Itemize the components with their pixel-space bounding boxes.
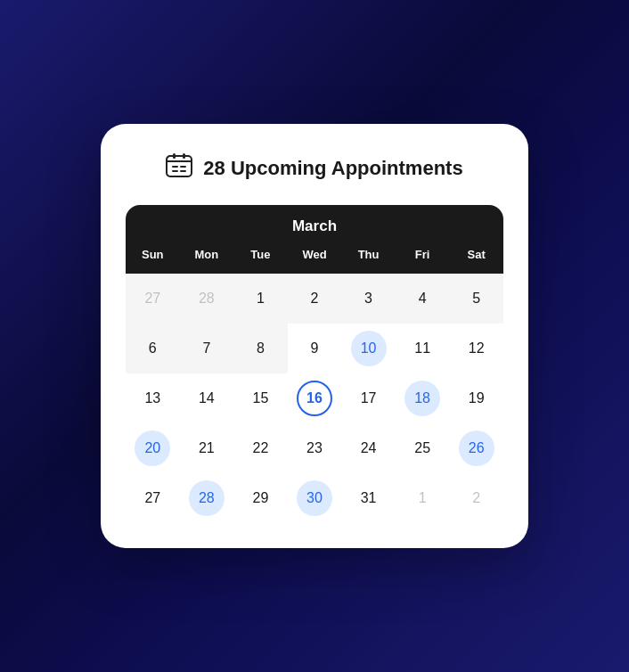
calendar-day-cell[interactable]: 11 [396, 324, 450, 373]
calendar-day-cell[interactable]: 27 [126, 473, 180, 523]
calendar-week-row: 6789101112 [126, 324, 503, 373]
calendar: March SunMonTueWedThuFriSat 272812345678… [126, 205, 503, 523]
appointments-card: 28 Upcoming Appointments March SunMonTue… [101, 124, 528, 548]
calendar-day-cell[interactable]: 24 [341, 423, 396, 473]
weekday-label: Thu [341, 244, 396, 265]
calendar-day-cell[interactable]: 5 [449, 274, 503, 324]
calendar-day-cell[interactable]: 26 [449, 423, 503, 473]
calendar-day-cell[interactable]: 15 [233, 373, 288, 423]
calendar-day-cell[interactable]: 9 [288, 324, 342, 373]
calendar-day-cell[interactable]: 13 [126, 373, 180, 423]
weekday-label: Mon [180, 244, 234, 265]
calendar-day-cell[interactable]: 18 [396, 373, 450, 423]
weekday-label: Wed [288, 244, 342, 265]
calendar-day-cell[interactable]: 2 [288, 274, 342, 324]
calendar-day-cell[interactable]: 8 [233, 324, 288, 373]
calendar-day-cell[interactable]: 28 [180, 473, 234, 523]
calendar-day-cell[interactable]: 17 [341, 373, 396, 423]
calendar-day-cell[interactable]: 31 [341, 473, 396, 523]
card-header: 28 Upcoming Appointments [126, 152, 503, 184]
calendar-month-header: March [126, 205, 503, 244]
calendar-day-cell[interactable]: 2 [449, 473, 503, 523]
calendar-body: 2728123456789101112131415161718192021222… [126, 274, 503, 523]
calendar-day-cell[interactable]: 1 [233, 274, 288, 324]
svg-rect-1 [173, 153, 176, 159]
page-title: 28 Upcoming Appointments [203, 157, 462, 180]
svg-rect-2 [183, 153, 185, 159]
weekday-label: Sun [126, 244, 180, 265]
calendar-week-row: 13141516171819 [126, 373, 503, 423]
calendar-icon [166, 152, 192, 184]
calendar-day-cell[interactable]: 14 [180, 373, 234, 423]
calendar-day-cell[interactable]: 20 [126, 423, 180, 473]
calendar-day-cell[interactable]: 12 [449, 324, 503, 373]
calendar-day-cell[interactable]: 19 [449, 373, 503, 423]
svg-rect-0 [167, 156, 192, 176]
calendar-day-cell[interactable]: 28 [180, 274, 234, 324]
calendar-week-row: 20212223242526 [126, 423, 503, 473]
weekday-header-row: SunMonTueWedThuFriSat [126, 244, 503, 274]
calendar-day-cell[interactable]: 21 [180, 423, 234, 473]
calendar-day-cell[interactable]: 30 [288, 473, 342, 523]
weekday-label: Sat [449, 244, 503, 265]
weekday-label: Fri [396, 244, 450, 265]
calendar-day-cell[interactable]: 3 [341, 274, 396, 324]
calendar-day-cell[interactable]: 27 [126, 274, 180, 324]
calendar-day-cell[interactable]: 4 [396, 274, 450, 324]
weekday-label: Tue [233, 244, 288, 265]
calendar-week-row: 272829303112 [126, 473, 503, 523]
calendar-day-cell[interactable]: 10 [341, 324, 396, 373]
month-label: March [292, 217, 337, 234]
calendar-day-cell[interactable]: 25 [396, 423, 450, 473]
calendar-week-row: 272812345 [126, 274, 503, 324]
calendar-day-cell[interactable]: 1 [396, 473, 450, 523]
calendar-day-cell[interactable]: 6 [126, 324, 180, 373]
calendar-day-cell[interactable]: 7 [180, 324, 234, 373]
calendar-day-cell[interactable]: 29 [233, 473, 288, 523]
calendar-day-cell[interactable]: 16 [288, 373, 342, 423]
calendar-day-cell[interactable]: 23 [288, 423, 342, 473]
calendar-day-cell[interactable]: 22 [233, 423, 288, 473]
